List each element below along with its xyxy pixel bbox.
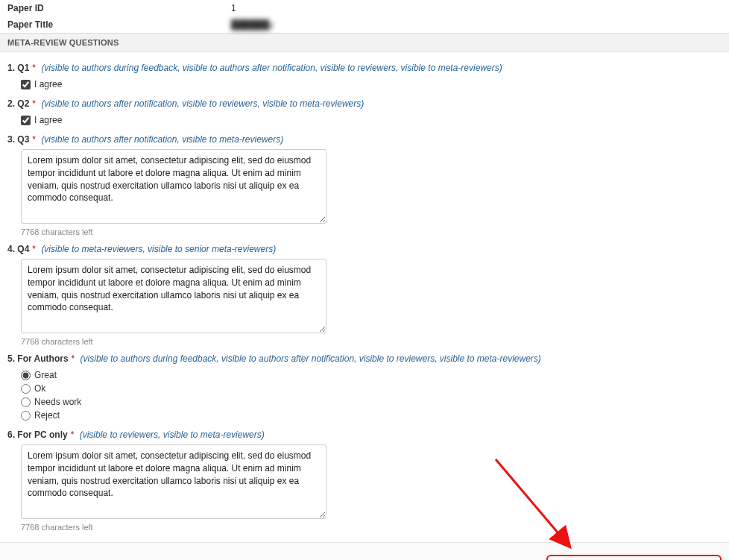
section-header: META-REVIEW QUESTIONS [0,33,729,52]
q3-chars-left: 7768 characters left [21,227,722,236]
question-q2: 2. Q2* (visible to authors after notific… [7,98,722,127]
q3-visibility: (visible to authors after notification, … [41,134,283,145]
q4-textarea[interactable] [21,259,326,333]
q5-visibility: (visible to authors during feedback, vis… [81,353,541,364]
q5-radio-great[interactable] [21,371,31,380]
q5-options: Great Ok Needs work Reject [21,368,722,422]
q6-label: 6. For PC only [7,430,68,440]
q6-chars-left: 7768 characters left [21,523,722,532]
q5-opt-needs-work: Needs work [34,397,81,407]
q6-textarea[interactable] [21,444,326,519]
q5-opt-ok: Ok [34,383,45,394]
q5-opt-reject: Reject [34,410,60,421]
last-saved-callout: Last draft saved at █/██/████, 1:39:18 P… [546,555,722,560]
q2-agree-checkbox[interactable] [21,116,31,125]
required-mark: * [71,430,75,440]
paper-title-value: ██████y [231,19,274,30]
question-q5: 5. For Authors* (visible to authors duri… [7,353,722,422]
paper-title-label: Paper Title [7,19,231,30]
required-mark: * [72,353,75,364]
paper-id-row: Paper ID 1 [0,0,729,16]
q4-visibility: (visible to meta-reviewers, visible to s… [41,244,276,254]
q2-label: 2. Q2 [7,98,29,109]
paper-id-value: 1 [231,3,236,13]
q2-visibility: (visible to authors after notification, … [41,98,364,109]
q1-label: 1. Q1 [7,63,29,73]
question-q3: 3. Q3* (visible to authors after notific… [7,134,722,236]
required-mark: * [32,98,36,109]
q3-textarea[interactable] [21,149,326,224]
q3-label: 3. Q3 [7,134,29,145]
q5-radio-needs-work[interactable] [21,397,31,407]
questions-container: 1. Q1* (visible to authors during feedba… [0,52,729,542]
paper-title-row: Paper Title ██████y [0,16,729,33]
q2-agree-label: I agree [34,115,62,125]
question-q1: 1. Q1* (visible to authors during feedba… [7,63,722,91]
required-mark: * [32,134,36,145]
q6-visibility: (visible to reviewers, visible to meta-r… [80,430,265,440]
required-mark: * [32,244,36,254]
q4-chars-left: 7768 characters left [21,337,722,346]
q1-agree-label: I agree [34,79,62,89]
q5-radio-ok[interactable] [21,384,31,394]
q1-visibility: (visible to authors during feedback, vis… [41,63,502,73]
q5-opt-great: Great [34,370,57,380]
q1-agree-checkbox[interactable] [21,80,31,89]
question-q4: 4. Q4* (visible to meta-reviewers, visib… [7,244,722,346]
q5-label: 5. For Authors [7,353,69,364]
q5-radio-reject[interactable] [21,411,31,421]
required-mark: * [32,63,36,73]
question-q6: 6. For PC only* (visible to reviewers, v… [7,430,722,532]
q4-label: 4. Q4 [7,244,29,254]
paper-id-label: Paper ID [7,3,231,13]
footer-bar: Submit Cancel Last draft saved at █/██/█… [0,542,729,560]
